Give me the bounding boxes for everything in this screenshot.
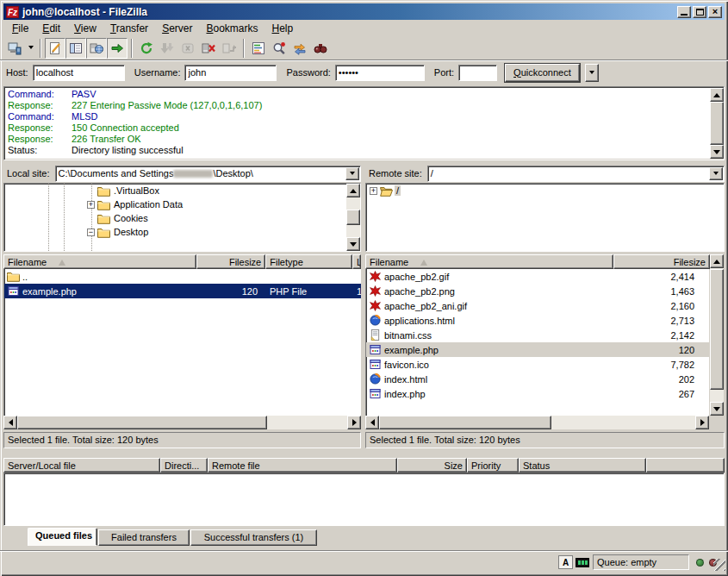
scroll-down-button[interactable] [710, 145, 724, 159]
remote-list-hscrollbar[interactable] [365, 416, 709, 429]
expand-icon[interactable]: + [370, 187, 377, 195]
transfer-queue-list[interactable] [3, 473, 725, 526]
scroll-left-button[interactable] [3, 416, 17, 429]
toolbar-site-manager-dropdown-button[interactable] [25, 38, 36, 59]
toolbar-directory-listing-filters-button[interactable] [248, 38, 269, 59]
menu-item-file[interactable]: File [5, 22, 35, 35]
queue-column-header-size[interactable]: Size [397, 458, 467, 473]
file-row-apache-pb2-ani-gif[interactable]: apache_pb2_ani.gif2,160 [366, 298, 709, 313]
scroll-down-button[interactable] [710, 402, 724, 416]
tab-successful-transfers-1[interactable]: Successful transfers (1) [190, 529, 317, 546]
tree-item-cookies[interactable]: Cookies [4, 211, 360, 225]
image-file-icon [369, 300, 382, 311]
file-row-apache-pb2-png[interactable]: apache_pb2.png1,463 [366, 284, 709, 298]
queue-icon [110, 41, 124, 55]
local-column-header-l[interactable]: L [352, 254, 361, 269]
quickconnect-button[interactable]: Quickconnect [505, 64, 580, 82]
titlebar[interactable]: Fz john@localhost - FileZilla × [3, 3, 725, 20]
toolbar-toggle-local-tree-button[interactable] [65, 38, 86, 59]
file-row-apache-pb2-gif[interactable]: apache_pb2.gif2,414 [366, 269, 709, 284]
tree-item-desktop[interactable]: −Desktop [4, 225, 360, 239]
queue-column-header-status[interactable]: Status [519, 458, 646, 473]
quickconnect-dropdown-button[interactable] [585, 64, 599, 82]
tree-item-virtualbox[interactable]: .VirtualBox [4, 184, 360, 197]
toolbar-cancel-operation-button[interactable] [177, 38, 198, 59]
expand-icon[interactable]: + [87, 201, 95, 209]
menu-item-bookmarks[interactable]: Bookmarks [199, 22, 264, 35]
queue-column-header-server-local-file[interactable]: Server/Local file [3, 458, 160, 473]
remote-site-combo[interactable]: / [427, 166, 725, 182]
maximize-button[interactable] [693, 6, 706, 18]
toolbar-synchronized-browsing-button[interactable] [289, 38, 310, 59]
username-input[interactable] [184, 65, 277, 81]
scroll-thumb[interactable] [710, 102, 724, 145]
queue-column-header-empty[interactable] [646, 458, 725, 473]
toolbar-toggle-message-log-button[interactable] [45, 38, 65, 59]
password-input[interactable] [335, 65, 425, 81]
collapse-icon[interactable]: − [87, 229, 95, 236]
file-row-index-html[interactable]: index.html202 [366, 372, 709, 386]
tree-item-[interactable]: +/ [366, 184, 724, 197]
remote-column-header-filename[interactable]: Filename [365, 254, 613, 269]
local-site-combo[interactable]: C:\Documents and Settings\Desktop\ [55, 166, 361, 182]
tab-queued-files[interactable]: Queued files [28, 528, 97, 546]
toolbar-toggle-transfer-queue-button[interactable] [107, 38, 128, 59]
speed-limit-indicator-icon[interactable] [576, 558, 589, 567]
transfer-type-indicator-icon[interactable]: A [558, 555, 573, 569]
scroll-up-button[interactable] [346, 184, 360, 197]
scroll-right-button[interactable] [695, 416, 709, 429]
scroll-left-button[interactable] [365, 416, 379, 429]
toolbar-refresh-button[interactable] [136, 38, 157, 59]
file-row-example-php[interactable]: example.php120PHP File1 [4, 284, 361, 298]
toolbar-toggle-remote-tree-button[interactable] [86, 38, 107, 59]
local-column-header-filesize[interactable]: Filesize [196, 254, 265, 269]
file-row-applications-html[interactable]: applications.html2,713 [366, 313, 709, 328]
scroll-thumb[interactable] [379, 416, 551, 429]
queue-column-header-remote-file[interactable]: Remote file [208, 458, 397, 473]
toolbar-reconnect-button[interactable] [219, 38, 240, 59]
scroll-thumb[interactable] [710, 269, 724, 390]
file-row-[interactable]: .. [4, 269, 361, 284]
scroll-thumb[interactable] [346, 210, 360, 225]
local-site-path-prefix: C:\Documents and Settings [59, 168, 174, 178]
local-list-hscrollbar[interactable] [3, 416, 361, 429]
menu-item-transfer[interactable]: Transfer [103, 22, 155, 35]
remote-column-header-filesize[interactable]: Filesize [613, 254, 710, 269]
menu-item-view[interactable]: View [67, 22, 103, 35]
menu-item-edit[interactable]: Edit [35, 22, 67, 35]
scroll-right-button[interactable] [347, 416, 361, 429]
remote-list-scrollbar[interactable] [710, 254, 724, 416]
file-row-index-php[interactable]: index.php267 [366, 386, 709, 401]
local-column-header-filename[interactable]: Filename [3, 254, 196, 269]
resize-grip-icon[interactable] [713, 559, 725, 571]
file-row-bitnami-css[interactable]: bitnami.css2,142 [366, 328, 709, 342]
scroll-down-button[interactable] [346, 237, 360, 251]
scroll-thumb[interactable] [17, 416, 267, 429]
queue-tabs: Queued filesFailed transfersSuccessful t… [0, 528, 728, 548]
minimize-button[interactable] [677, 6, 691, 18]
file-cell-name: index.php [366, 386, 614, 401]
local-site-dropdown-button[interactable] [345, 167, 359, 180]
menu-item-server[interactable]: Server [155, 22, 199, 35]
toolbar-disconnect-button[interactable] [198, 38, 219, 59]
close-button[interactable]: × [708, 6, 722, 18]
scroll-up-button[interactable] [710, 88, 724, 102]
remote-site-dropdown-button[interactable] [709, 167, 723, 180]
file-row-favicon-ico[interactable]: favicon.ico7,782 [366, 357, 709, 372]
local-tree-scrollbar[interactable] [346, 184, 360, 251]
toolbar-process-queue-button[interactable] [157, 38, 177, 59]
toolbar-directory-comparison-button[interactable] [269, 38, 289, 59]
toolbar-site-manager-button[interactable] [4, 38, 25, 59]
host-input[interactable] [33, 65, 125, 81]
queue-column-header-priority[interactable]: Priority [467, 458, 519, 473]
file-row-example-php[interactable]: example.php120 [366, 342, 709, 357]
message-log-scrollbar[interactable] [710, 88, 724, 159]
local-column-header-filetype[interactable]: Filetype [265, 254, 352, 269]
tree-item-application-data[interactable]: +Application Data [4, 197, 360, 211]
port-input[interactable] [458, 65, 497, 81]
tab-failed-transfers[interactable]: Failed transfers [98, 529, 190, 546]
scroll-up-button[interactable] [710, 254, 724, 268]
toolbar-find-files-button[interactable] [310, 38, 331, 59]
menu-item-help[interactable]: Help [265, 22, 301, 35]
queue-column-header-directi[interactable]: Directi... [160, 458, 208, 473]
